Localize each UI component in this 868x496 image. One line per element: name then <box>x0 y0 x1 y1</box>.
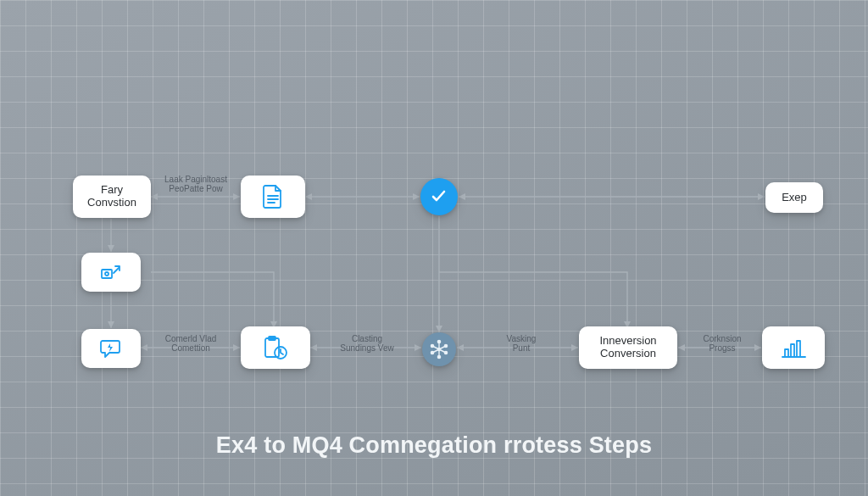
svg-marker-17 <box>436 326 442 332</box>
node-exep: Exep <box>765 182 823 213</box>
node-bar-chart <box>762 326 825 369</box>
svg-marker-23 <box>415 344 421 351</box>
svg-marker-2 <box>233 193 240 200</box>
bar-chart-icon <box>780 336 807 359</box>
svg-marker-1 <box>151 193 158 200</box>
edge-label-vasking: Vasking Punt <box>487 335 555 353</box>
connectors-layer <box>0 0 868 496</box>
edge-label-laak: Laak Paginltoast PeoPatte Pow <box>158 176 234 193</box>
node-inneversion-conversion: Inneversion Conversion <box>579 326 677 369</box>
svg-point-42 <box>444 344 447 347</box>
svg-marker-7 <box>459 193 465 200</box>
svg-marker-5 <box>413 193 420 200</box>
node-clipboard-clock <box>241 326 310 369</box>
edge-label-clasting: Clasting Sundings Vew <box>329 335 405 353</box>
svg-point-40 <box>437 340 440 343</box>
svg-marker-19 <box>141 344 147 351</box>
svg-rect-33 <box>102 270 112 278</box>
node-label: Inneversion Conversion <box>586 335 670 360</box>
node-label: Fary Convstion <box>80 184 144 209</box>
svg-marker-4 <box>305 193 312 200</box>
node-fary-convstion: Fary Convstion <box>73 176 151 218</box>
svg-point-46 <box>437 355 440 358</box>
svg-marker-10 <box>108 245 114 252</box>
clipboard-clock-icon <box>261 334 290 361</box>
svg-marker-12 <box>108 321 114 328</box>
svg-marker-20 <box>233 344 240 351</box>
node-label: Exep <box>782 192 807 204</box>
svg-rect-52 <box>785 349 788 357</box>
document-lines-icon <box>262 184 284 209</box>
check-circle-icon <box>430 187 448 206</box>
node-document <box>241 176 305 218</box>
svg-marker-8 <box>758 193 765 200</box>
svg-point-50 <box>431 344 433 347</box>
svg-marker-25 <box>457 344 464 351</box>
edge-label-corknsion: Corknsion Progss <box>688 335 756 353</box>
svg-marker-22 <box>310 344 317 351</box>
svg-point-48 <box>431 351 433 354</box>
node-network-hub <box>422 332 456 366</box>
svg-point-44 <box>444 351 447 354</box>
referral-icon <box>98 261 124 283</box>
svg-rect-54 <box>797 341 800 357</box>
diagram-canvas: Laak Paginltoast PeoPatte Pow Comerld Vl… <box>0 0 868 496</box>
comment-bolt-icon <box>99 337 123 359</box>
svg-marker-29 <box>754 344 761 351</box>
network-hub-icon <box>429 339 449 359</box>
svg-rect-53 <box>791 344 794 357</box>
node-comment-bolt <box>81 329 141 368</box>
svg-marker-26 <box>571 344 578 351</box>
diagram-title: Ex4 to MQ4 Comnegation rrotess Steps <box>0 432 868 459</box>
node-check-circle <box>420 178 458 215</box>
svg-marker-28 <box>678 344 685 351</box>
edge-label-comerld: Comerld Vlad Comettion <box>153 335 229 353</box>
svg-point-34 <box>105 272 108 276</box>
node-referral <box>81 253 141 292</box>
